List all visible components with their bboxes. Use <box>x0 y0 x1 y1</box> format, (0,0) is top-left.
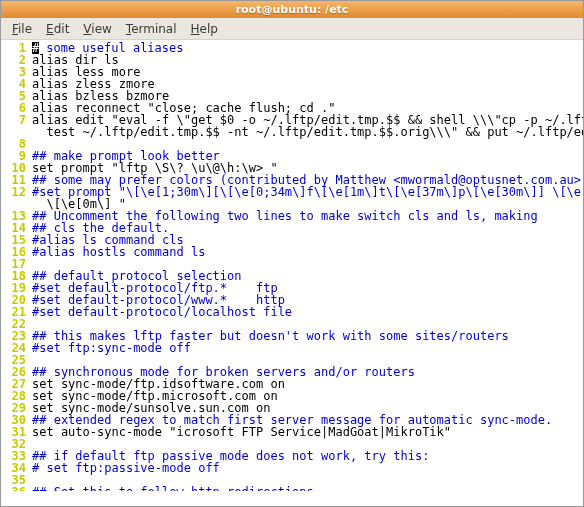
line-text: # set ftp:passive-mode off <box>32 462 220 474</box>
line-text: #alias hostls command ls <box>32 246 205 258</box>
menu-view[interactable]: View <box>77 20 117 38</box>
line-number: 8 <box>0 138 32 150</box>
line-number: 5 <box>0 90 32 102</box>
line-number: 6 <box>0 102 32 114</box>
window-title: root@ubuntu: /etc <box>236 3 349 16</box>
editor-line: 21#set default-protocol/localhost file <box>0 306 584 318</box>
line-text: set auto-sync-mode "icrosoft FTP Service… <box>32 426 451 438</box>
menu-edit[interactable]: Edit <box>40 20 75 38</box>
line-number: 2 <box>0 54 32 66</box>
line-number <box>0 126 32 138</box>
status-bar: "lftp.conf" 94L, 3587C <box>0 491 584 507</box>
menu-file[interactable]: File <box>6 20 38 38</box>
line-text: test ~/.lftp/edit.tmp.$$ -nt ~/.lftp/edi… <box>32 126 584 138</box>
line-number: 7 <box>0 114 32 126</box>
menubar: File Edit View Terminal Help <box>0 18 584 40</box>
editor-line: 24#set ftp:sync-mode off <box>0 342 584 354</box>
menu-terminal[interactable]: Terminal <box>120 20 183 38</box>
editor-line: 31set auto-sync-mode "icrosoft FTP Servi… <box>0 426 584 438</box>
editor-line: 16#alias hostls command ls <box>0 246 584 258</box>
menu-help[interactable]: Help <box>185 20 224 38</box>
line-number: 12 <box>0 186 32 198</box>
line-number: 3 <box>0 66 32 78</box>
line-text: #set default-protocol/localhost file <box>32 306 292 318</box>
window-titlebar: root@ubuntu: /etc <box>0 0 584 18</box>
line-number: 4 <box>0 78 32 90</box>
editor-line: test ~/.lftp/edit.tmp.$$ -nt ~/.lftp/edi… <box>0 126 584 138</box>
editor-area[interactable]: 1# some useful aliases2alias dir ls3alia… <box>0 40 584 491</box>
editor-line: 34# set ftp:passive-mode off <box>0 462 584 474</box>
line-text: #set ftp:sync-mode off <box>32 342 191 354</box>
line-number: 1 <box>0 42 32 54</box>
